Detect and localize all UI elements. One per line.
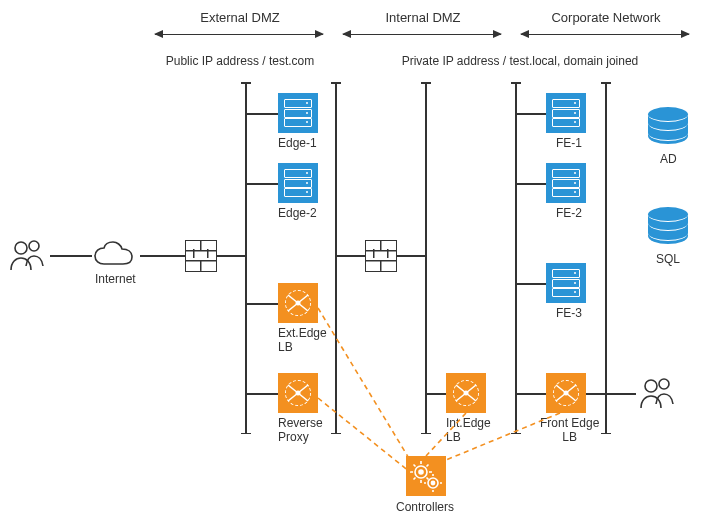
zone-arrow-internal: [343, 34, 501, 35]
zone-label-external: External DMZ: [150, 10, 330, 25]
conn-edge1: [246, 113, 278, 115]
svg-point-1: [29, 241, 39, 251]
label-controllers: Controllers: [396, 500, 454, 514]
label-fe2: FE-2: [556, 206, 582, 220]
label-edge1: Edge-1: [278, 136, 317, 150]
label-intedge-lb: Int.Edge LB: [446, 416, 491, 445]
lb-int-edge: [446, 373, 486, 413]
conn-fe2: [516, 183, 546, 185]
lb-front-edge: [546, 373, 586, 413]
label-fe3: FE-3: [556, 306, 582, 320]
trunk-external-left: [245, 82, 247, 434]
conn-intedge-lb: [426, 393, 446, 395]
svg-point-0: [15, 242, 27, 254]
trunk-external-right: [335, 82, 337, 434]
server-edge2: [278, 163, 318, 203]
conn-fe3: [516, 283, 546, 285]
conn-users-cloud: [50, 255, 92, 257]
label-edge2: Edge-2: [278, 206, 317, 220]
label-front-edge: Front Edge LB: [540, 416, 599, 445]
trunk-internal-left: [425, 82, 427, 434]
server-fe1: [546, 93, 586, 133]
firewall-external: [185, 240, 217, 272]
conn-cloud-fw1: [140, 255, 185, 257]
conn-front-edge-right: [586, 393, 605, 395]
firewall-internal: [365, 240, 397, 272]
label-sql: SQL: [656, 252, 680, 266]
trunk-internal-right: [515, 82, 517, 434]
label-extedge-lb: Ext.Edge LB: [278, 326, 327, 355]
conn-reverse-proxy: [246, 393, 278, 395]
zone-arrow-corporate: [521, 34, 689, 35]
label-extedge-lb-l1: Ext.Edge: [278, 326, 327, 340]
subheader-public: Public IP address / test.com: [150, 54, 330, 68]
lb-ext-edge: [278, 283, 318, 323]
label-front-edge-l1: Front Edge: [540, 416, 599, 430]
subheader-private: Private IP address / test.local, domain …: [340, 54, 700, 68]
label-ad: AD: [660, 152, 677, 166]
zone-label-corporate: Corporate Network: [516, 10, 696, 25]
conn-front-edge-left: [516, 393, 546, 395]
conn-fe1: [516, 113, 546, 115]
zone-arrow-external: [155, 34, 323, 35]
svg-point-3: [659, 379, 669, 389]
users-icon: [8, 238, 48, 272]
server-fe3: [546, 263, 586, 303]
server-edge1: [278, 93, 318, 133]
label-fe1: FE-1: [556, 136, 582, 150]
conn-edge2: [246, 183, 278, 185]
corp-users-icon: [638, 376, 678, 410]
conn-fw2-trunk-right: [397, 255, 425, 257]
db-ad: [648, 108, 688, 144]
trunk-corporate-right: [605, 82, 607, 434]
controllers-box: [406, 456, 446, 496]
label-reverse-proxy: Reverse Proxy: [278, 416, 323, 445]
label-reverse-proxy-l1: Reverse: [278, 416, 323, 430]
cloud-icon: [92, 240, 140, 270]
label-intedge-lb-l2: LB: [446, 430, 461, 444]
label-internet: Internet: [95, 272, 136, 286]
svg-point-7: [431, 481, 434, 484]
lb-reverse-proxy: [278, 373, 318, 413]
conn-fw1-trunk: [217, 255, 245, 257]
conn-corp-users: [606, 393, 636, 395]
label-front-edge-l2: LB: [540, 430, 599, 444]
conn-extedge-lb: [246, 303, 278, 305]
conn-trunk-fw2-left: [336, 255, 365, 257]
svg-point-5: [419, 470, 423, 474]
label-intedge-lb-l1: Int.Edge: [446, 416, 491, 430]
label-extedge-lb-l2: LB: [278, 340, 293, 354]
zone-label-internal: Internal DMZ: [338, 10, 508, 25]
label-reverse-proxy-l2: Proxy: [278, 430, 309, 444]
db-sql: [648, 208, 688, 244]
server-fe2: [546, 163, 586, 203]
svg-point-2: [645, 380, 657, 392]
